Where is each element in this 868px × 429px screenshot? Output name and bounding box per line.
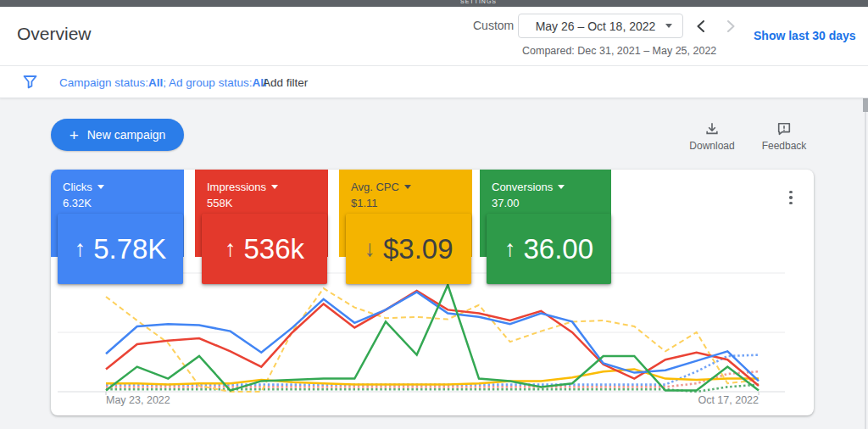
plus-icon: + — [70, 127, 79, 143]
date-mode-label: Custom — [473, 19, 514, 32]
filter-bar: Campaign status: All ; Ad group status: … — [0, 66, 868, 98]
scorecard-change-value: 536k — [243, 233, 304, 265]
scorecard-change-value: $3.09 — [383, 233, 453, 265]
x-axis-start-label: May 23, 2022 — [106, 394, 170, 406]
scorecard-change-value: 36.00 — [523, 233, 593, 265]
overview-chart-card: Clicks 6.32K ↑ 5.78K Impressions 558K ↑ … — [51, 170, 814, 415]
new-campaign-button[interactable]: + New campaign — [51, 119, 184, 151]
scorecard-change-clicks: ↑ 5.78K — [58, 214, 183, 284]
show-last-30-days-link[interactable]: Show last 30 days — [754, 29, 856, 42]
compared-range-label: Compared: Dec 31, 2021 – May 25, 2022 — [522, 45, 716, 57]
scorecard-metric-label: Impressions — [207, 181, 266, 193]
download-label: Download — [689, 140, 734, 152]
scorecard-change-value: 5.78K — [93, 233, 166, 265]
chevron-down-icon — [665, 24, 672, 28]
overview-content: + New campaign Download Feedback Clicks — [0, 98, 868, 429]
funnel-icon — [23, 75, 37, 89]
scorecard-change-conversions: ↑ 36.00 — [487, 214, 611, 284]
card-options-menu-button[interactable] — [783, 188, 798, 207]
download-button[interactable]: Download — [687, 121, 737, 152]
chevron-down-icon — [97, 185, 104, 189]
down-arrow-icon: ↓ — [364, 236, 376, 262]
campaign-status-label: Campaign status: — [59, 76, 148, 89]
feedback-bubble-icon — [776, 121, 792, 136]
up-arrow-icon: ↑ — [225, 236, 236, 262]
scorecard-metric-label: Conversions — [492, 181, 553, 193]
add-filter-button[interactable]: Add filter — [263, 66, 308, 98]
next-period-button[interactable] — [721, 17, 740, 36]
download-icon — [704, 121, 720, 136]
settings-tab[interactable]: SETTINGS — [460, 0, 497, 4]
chevron-down-icon — [271, 185, 278, 189]
chevron-right-icon — [726, 20, 736, 32]
feedback-label: Feedback — [762, 140, 807, 152]
chart-line-clicks — [106, 292, 759, 381]
up-arrow-icon: ↑ — [504, 236, 516, 262]
scrollbar-track — [865, 66, 866, 429]
new-campaign-label: New campaign — [87, 128, 166, 142]
scorecard-current-value: 6.32K — [63, 197, 184, 209]
feedback-button[interactable]: Feedback — [759, 121, 810, 152]
scorecard-change-impressions: ↑ 536k — [202, 214, 327, 284]
x-axis-end-label: Oct 17, 2022 — [674, 394, 759, 406]
chart-series-group — [106, 285, 759, 392]
scorecard-current-value: 558K — [207, 197, 328, 209]
page-header: Overview Custom May 26 – Oct 18, 2022 Sh… — [0, 7, 868, 66]
scorecard-current-value: $1.11 — [351, 197, 472, 209]
chevron-left-icon — [696, 20, 705, 32]
scorecard-metric-label: Clicks — [63, 181, 92, 193]
previous-period-button[interactable] — [691, 17, 709, 36]
campaign-status-value: All — [148, 76, 163, 89]
status-filter-chip[interactable]: Campaign status: All ; Ad group status: … — [59, 66, 267, 98]
chevron-down-icon — [404, 185, 411, 189]
date-range-value: May 26 – Oct 18, 2022 — [532, 20, 659, 33]
up-arrow-icon: ↑ — [75, 236, 86, 262]
ad-group-status-label: ; Ad group status: — [163, 76, 252, 89]
scorecard-change-avg-cpc: ↓ $3.09 — [346, 214, 471, 284]
page-title: Overview — [17, 24, 92, 44]
chevron-down-icon — [558, 185, 565, 189]
date-range-picker[interactable]: May 26 – Oct 18, 2022 — [518, 14, 683, 38]
scorecard-metric-label: Avg. CPC — [351, 181, 399, 193]
top-settings-bar: SETTINGS — [0, 0, 868, 7]
scorecard-current-value: 37.00 — [492, 197, 611, 209]
kebab-menu-icon — [789, 191, 793, 194]
